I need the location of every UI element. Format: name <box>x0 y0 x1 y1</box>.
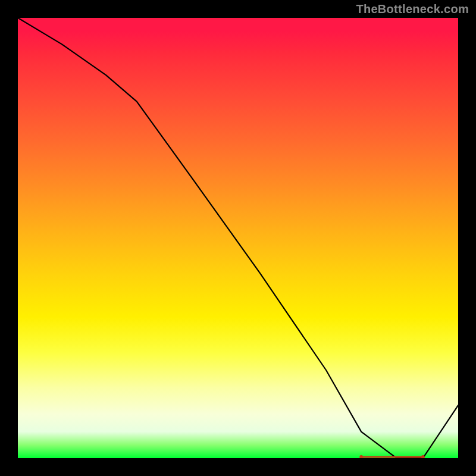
watermark-text: TheBottleneck.com <box>356 2 469 16</box>
bottleneck-curve-line <box>18 18 458 458</box>
optimal-flat-region-start-dot <box>359 455 363 458</box>
chart-svg <box>18 18 458 458</box>
chart-plot-area <box>18 18 458 458</box>
chart-stage: TheBottleneck.com <box>0 0 476 476</box>
